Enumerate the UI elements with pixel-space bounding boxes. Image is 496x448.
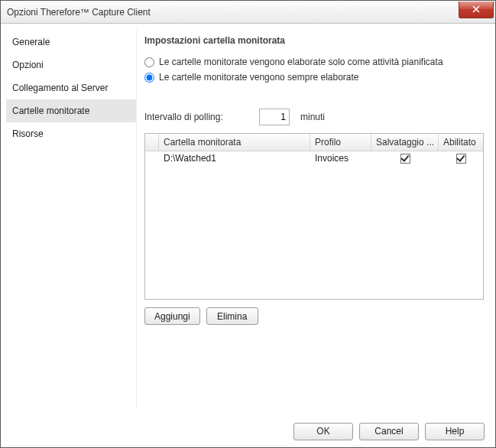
checkbox-save[interactable]: [400, 154, 410, 164]
delete-button[interactable]: Elimina: [206, 307, 258, 325]
sidebar-item-opzioni[interactable]: Opzioni: [6, 54, 136, 76]
col-profile[interactable]: Profilo: [310, 134, 371, 151]
table-header: Cartella monitorata Profilo Salvataggio …: [145, 134, 483, 151]
titlebar: Opzioni Therefore™ Capture Client: [1, 1, 495, 24]
cancel-button[interactable]: Cancel: [359, 423, 419, 440]
dialog-body: Generale Opzioni Collegamento al Server …: [3, 26, 493, 413]
dialog-footer: OK Cancel Help: [1, 415, 495, 447]
polling-unit: minuti: [300, 112, 325, 122]
watched-folders-table: Cartella monitorata Profilo Salvataggio …: [144, 133, 484, 300]
col-enabled[interactable]: Abilitato: [439, 134, 483, 151]
cell-handle: [145, 157, 159, 159]
ok-button[interactable]: OK: [293, 423, 353, 440]
close-button[interactable]: [459, 2, 494, 18]
col-handle[interactable]: [145, 134, 159, 151]
content-pane: Impostazioni cartella monitorata Le cart…: [136, 29, 490, 410]
polling-row: Intervallo di polling: minuti: [144, 109, 484, 125]
cell-save: [371, 152, 439, 164]
close-icon: [472, 5, 481, 13]
table-row[interactable]: D:\Watched1 Invoices: [145, 151, 483, 165]
cell-enabled: [439, 152, 483, 164]
radio-scheduled-input[interactable]: [144, 57, 154, 67]
radio-always-input[interactable]: [144, 73, 154, 83]
sidebar-item-generale[interactable]: Generale: [6, 31, 136, 54]
table-buttons: Aggiungi Elimina: [144, 307, 484, 325]
sidebar-item-collegamento[interactable]: Collegamento al Server: [6, 76, 136, 99]
cell-folder: D:\Watched1: [159, 152, 310, 164]
sidebar-item-cartelle-monitorate[interactable]: Cartelle monitorate: [6, 99, 136, 122]
section-title: Impostazioni cartella monitorata: [144, 35, 484, 46]
dialog-window: Opzioni Therefore™ Capture Client Genera…: [0, 0, 496, 448]
radio-scheduled-label: Le cartelle monitorate vengono elaborate…: [159, 57, 443, 67]
sidebar: Generale Opzioni Collegamento al Server …: [6, 29, 136, 410]
help-button[interactable]: Help: [425, 423, 485, 440]
checkbox-enabled[interactable]: [456, 154, 466, 164]
cell-profile: Invoices: [310, 152, 371, 164]
radio-always[interactable]: Le cartelle monitorate vengono sempre el…: [144, 72, 484, 83]
window-title: Opzioni Therefore™ Capture Client: [7, 7, 459, 18]
sidebar-item-risorse[interactable]: Risorse: [6, 122, 136, 145]
polling-label: Intervallo di polling:: [144, 112, 259, 122]
radio-always-label: Le cartelle monitorate vengono sempre el…: [159, 72, 359, 83]
col-save[interactable]: Salvataggio ...: [371, 134, 439, 151]
radio-scheduled[interactable]: Le cartelle monitorate vengono elaborate…: [144, 57, 484, 67]
add-button[interactable]: Aggiungi: [144, 307, 200, 325]
table-body: D:\Watched1 Invoices: [145, 151, 483, 299]
polling-input[interactable]: [259, 109, 290, 125]
col-folder[interactable]: Cartella monitorata: [159, 134, 310, 151]
